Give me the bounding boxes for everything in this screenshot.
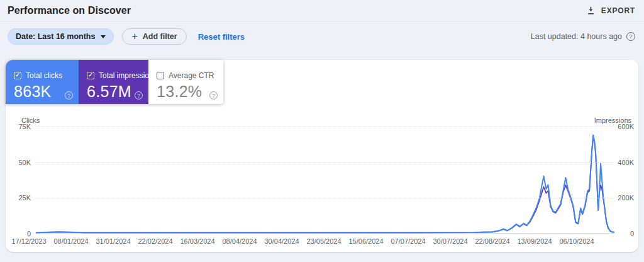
help-icon[interactable]: ?: [626, 32, 635, 41]
add-filter-label: Add filter: [143, 32, 177, 41]
gridline: [35, 198, 614, 198]
export-button[interactable]: EXPORT: [585, 3, 636, 18]
x-tick-label: 30/07/2024: [433, 237, 467, 245]
top-bar: Performance on Discover EXPORT: [0, 0, 644, 21]
x-tick-label: 15/06/2024: [348, 237, 383, 245]
date-filter-chip[interactable]: Date: Last 16 months: [8, 28, 114, 45]
gridline: [35, 162, 614, 163]
date-filter-label: Date: Last 16 months: [16, 32, 95, 41]
impressions-line: [36, 137, 614, 233]
x-tick-label: 06/10/2024: [559, 237, 594, 245]
check-icon: ✓: [15, 72, 20, 78]
help-icon[interactable]: ?: [209, 91, 218, 100]
clicks-line: [36, 135, 614, 233]
checkbox-checked-icon[interactable]: ✓: [14, 72, 21, 79]
help-icon[interactable]: ?: [65, 91, 73, 100]
y-tick-label: 25K: [18, 194, 31, 202]
x-tick-label: 30/04/2024: [264, 237, 299, 245]
help-icon[interactable]: ?: [135, 91, 143, 100]
x-tick-label: 31/01/2024: [96, 237, 130, 245]
checkbox-unchecked-icon[interactable]: [157, 72, 164, 79]
x-tick-label: 08/01/2024: [53, 237, 88, 245]
filter-bar: Date: Last 16 months + Add filter Reset …: [0, 21, 644, 45]
page-title: Performance on Discover: [8, 5, 131, 16]
x-tick-label: 22/02/2024: [138, 237, 172, 245]
metric-tile-average-ctr[interactable]: Average CTR 13.2% ?: [148, 60, 223, 104]
performance-chart: Clicks Impressions 75K50K25K0 600K400K20…: [6, 117, 638, 249]
plus-icon: +: [131, 31, 137, 42]
x-tick-label: 17/12/2023: [11, 237, 46, 245]
left-axis-ticks: 75K50K25K0: [6, 127, 31, 234]
x-tick-label: 13/09/2024: [517, 237, 552, 245]
reset-filters-link[interactable]: Reset filters: [198, 32, 245, 42]
metric-label: Average CTR: [169, 71, 214, 80]
export-label: EXPORT: [601, 6, 635, 15]
checkbox-checked-icon[interactable]: ✓: [87, 72, 94, 79]
gridline: [35, 127, 614, 127]
chart-plot-area[interactable]: 17/12/202308/01/202431/01/202422/02/2024…: [35, 127, 614, 234]
right-axis-ticks: 600K400K200K0: [614, 127, 634, 234]
y-tick-label: 600K: [618, 123, 634, 130]
performance-card: ✓ Total clicks 863K ? ✓ Total impression…: [6, 60, 638, 252]
chevron-down-icon: [101, 35, 106, 38]
x-tick-label: 23/05/2024: [306, 237, 341, 245]
metric-label: Total clicks: [26, 71, 62, 80]
y-tick-label: 200K: [618, 194, 634, 202]
download-icon: [586, 6, 596, 15]
metric-tile-total-impressions[interactable]: ✓ Total impressions 6.57M ?: [79, 60, 148, 104]
y-tick-label: 0: [27, 230, 31, 237]
x-tick-label: 07/07/2024: [391, 237, 425, 245]
metric-tile-total-clicks[interactable]: ✓ Total clicks 863K ?: [6, 60, 79, 104]
add-filter-button[interactable]: + Add filter: [122, 28, 186, 45]
y-tick-label: 0: [630, 230, 634, 237]
y-tick-label: 75K: [18, 123, 31, 130]
x-tick-label: 22/08/2024: [475, 237, 509, 245]
check-icon: ✓: [88, 72, 93, 78]
x-tick-label: 16/03/2024: [180, 237, 214, 245]
last-updated-text: Last updated: 4 hours ago: [531, 32, 622, 41]
y-tick-label: 50K: [18, 159, 31, 166]
x-tick-label: 08/04/2024: [222, 237, 257, 245]
metric-tiles: ✓ Total clicks 863K ? ✓ Total impression…: [6, 60, 223, 104]
y-tick-label: 400K: [618, 159, 634, 166]
